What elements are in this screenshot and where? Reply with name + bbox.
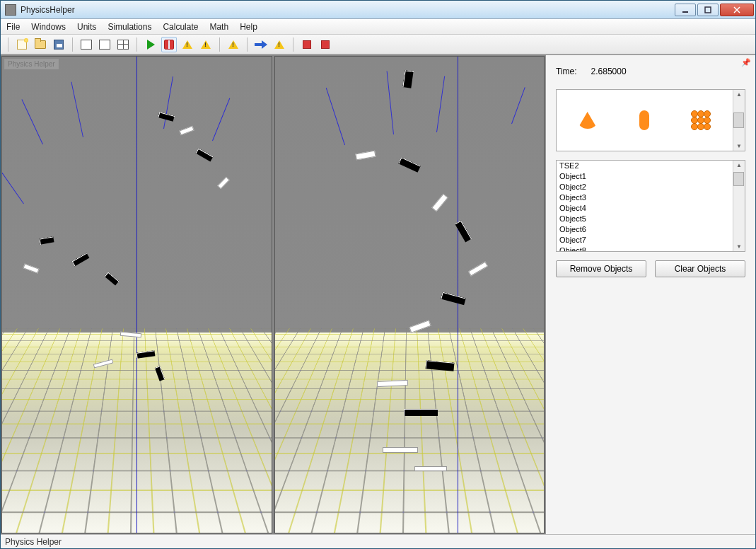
stop-button-1[interactable]: [299, 37, 315, 52]
time-label: Time:: [556, 67, 577, 76]
menu-math[interactable]: Math: [209, 22, 228, 32]
viewport-right[interactable]: [274, 56, 545, 533]
list-item[interactable]: Object5: [557, 214, 733, 224]
capsule-shape-icon[interactable]: [639, 110, 649, 130]
fragment: [355, 150, 376, 160]
panel-button-row: Remove Objects Clear Objects: [556, 260, 745, 277]
warning-button-4[interactable]: [272, 37, 287, 52]
list-item[interactable]: Object1: [557, 171, 733, 182]
object-list[interactable]: TSE2 Object1 Object2 Object3 Object4 Obj…: [556, 160, 745, 252]
side-panel: 📌 Time: 2.685000 TSE2 Object1 Obje: [545, 55, 755, 534]
list-item[interactable]: Object2: [557, 182, 733, 192]
open-icon: [35, 40, 46, 49]
menu-windows[interactable]: Windows: [31, 22, 66, 32]
button-label: Remove Objects: [570, 264, 633, 274]
status-text: Physics Helper: [5, 537, 62, 547]
list-item[interactable]: Object4: [557, 203, 733, 214]
velocity-vector: [212, 98, 230, 141]
minimize-button[interactable]: [675, 4, 696, 16]
play-button[interactable]: [143, 37, 158, 52]
toolbar-separator: [293, 37, 293, 52]
stop-icon: [303, 40, 311, 49]
velocity-vector: [22, 99, 43, 144]
fragment: [404, 409, 438, 416]
warning-button-1[interactable]: [180, 37, 195, 52]
list-item[interactable]: Object3: [557, 192, 733, 203]
split-horizontal-icon: [81, 40, 92, 50]
arrow-right-icon: [255, 41, 267, 48]
menu-help[interactable]: Help: [240, 22, 257, 32]
split-quad-button[interactable]: [115, 37, 131, 52]
split-horizontal-button[interactable]: [78, 37, 94, 52]
time-display: Time: 2.685000: [556, 64, 745, 81]
ground-grid: [274, 328, 545, 533]
fragment: [158, 112, 174, 121]
cluster-shape-icon[interactable]: [691, 110, 711, 130]
remove-objects-button[interactable]: Remove Objects: [556, 260, 646, 277]
list-item[interactable]: Object6: [557, 224, 733, 235]
fragment: [40, 236, 54, 244]
fragment: [398, 157, 420, 173]
button-label: Clear Objects: [675, 264, 726, 274]
toolbar-separator: [72, 37, 73, 52]
warning-button-2[interactable]: [198, 37, 214, 52]
shape-palette: [556, 89, 745, 151]
toolbar-separator: [136, 37, 137, 52]
fragment: [431, 194, 448, 212]
new-button[interactable]: [14, 37, 30, 52]
pause-icon: [164, 40, 174, 50]
workspace: Physics Helper: [1, 54, 755, 534]
fragment: [104, 272, 118, 285]
time-value: 2.685000: [591, 67, 627, 76]
fragment: [218, 177, 231, 190]
fragment: [468, 262, 488, 277]
stop-icon: [321, 40, 330, 49]
close-button[interactable]: [720, 4, 754, 16]
velocity-vector: [1, 169, 24, 204]
toolbar-separator: [219, 37, 220, 52]
list-item[interactable]: Object7: [557, 235, 733, 245]
menubar: File Windows Units Simulations Calculate…: [1, 19, 755, 35]
fragment: [414, 466, 447, 471]
pause-button[interactable]: [161, 37, 177, 52]
warning-button-3[interactable]: [226, 37, 241, 52]
viewport-container: Physics Helper: [1, 55, 545, 534]
open-button[interactable]: [33, 37, 48, 52]
clear-objects-button[interactable]: Clear Objects: [655, 260, 745, 277]
menu-units[interactable]: Units: [77, 22, 96, 32]
save-button[interactable]: [51, 37, 66, 52]
titlebar[interactable]: PhysicsHelper: [1, 1, 755, 19]
warning-icon: [201, 40, 211, 49]
play-icon: [147, 40, 155, 50]
scrollbar-thumb[interactable]: [733, 112, 744, 128]
status-bar: Physics Helper: [1, 534, 755, 548]
step-button[interactable]: [253, 37, 269, 52]
fragment: [403, 70, 414, 88]
fragment: [180, 126, 194, 135]
pin-icon[interactable]: 📌: [741, 58, 751, 67]
maximize-button[interactable]: [697, 4, 719, 16]
menu-file[interactable]: File: [6, 22, 20, 32]
toolbar-separator: [8, 37, 8, 52]
fragment: [72, 253, 90, 266]
list-item[interactable]: Object8: [557, 245, 733, 252]
svg-rect-1: [705, 7, 711, 13]
velocity-vector: [511, 88, 525, 125]
app-window: PhysicsHelper File Windows Units Simulat…: [0, 0, 756, 549]
menu-calculate[interactable]: Calculate: [163, 22, 198, 32]
split-quad-icon: [117, 40, 129, 50]
new-icon: [17, 40, 27, 50]
scrollbar-thumb[interactable]: [733, 172, 744, 186]
split-vertical-icon: [99, 40, 110, 50]
stop-button-2[interactable]: [318, 37, 333, 52]
velocity-vector: [71, 81, 84, 137]
toolbar: [1, 35, 755, 54]
menu-simulations[interactable]: Simulations: [107, 22, 151, 32]
split-vertical-button[interactable]: [97, 37, 112, 52]
app-icon: [5, 4, 16, 16]
list-item[interactable]: TSE2: [557, 161, 733, 171]
cone-shape-icon[interactable]: [578, 112, 598, 129]
warning-icon: [182, 40, 192, 49]
viewport-left[interactable]: Physics Helper: [1, 56, 272, 533]
save-icon: [54, 40, 64, 50]
